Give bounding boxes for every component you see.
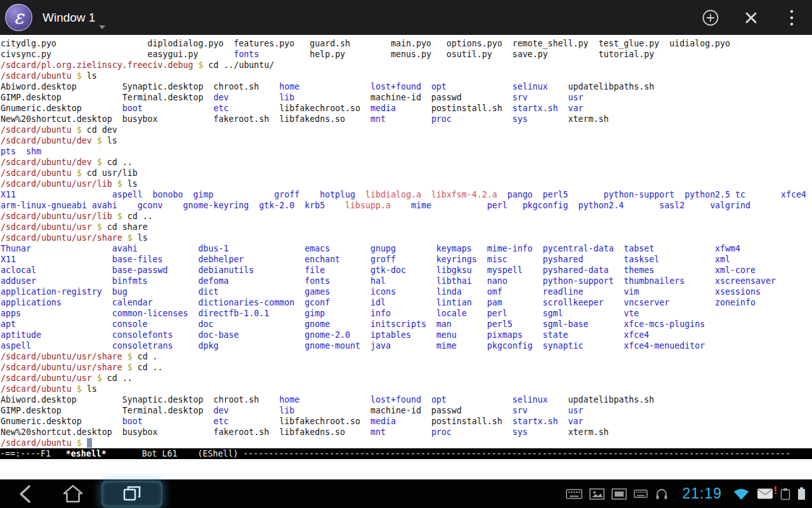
terminal-line: apt console doc gnome initscripts man pe… xyxy=(1,319,812,330)
terminal-line: citydlg.pyo diplodialog.pyo features.pyo… xyxy=(1,38,812,49)
terminal-line: X11 aspell bonobo gimp groff hotplug lib… xyxy=(1,189,812,200)
plus-circle-icon xyxy=(701,8,720,27)
terminal-line: /sdcard/ubuntu/usr/share $ ls xyxy=(1,232,812,243)
recent-apps-button[interactable] xyxy=(102,481,162,507)
terminal-line: pts shm xyxy=(1,146,812,157)
terminal-line: /sdcard/ubuntu/usr $ cd .. xyxy=(1,373,812,384)
terminal-line: Thunar avahi dbus-1 emacs gnupg keymaps … xyxy=(1,243,812,254)
terminal-line: GIMP.desktop Terminal.desktop dev lib ma… xyxy=(1,92,812,103)
terminal-line: aspell consoletrans dpkg gnome-mount jav… xyxy=(1,340,812,351)
terminal-line: /sdcard/ubuntu $ xyxy=(1,438,812,448)
svg-text:ε: ε xyxy=(14,6,25,28)
terminal-line: -==:----F1 *eshell* Bot L61 (EShell) ---… xyxy=(0,448,812,459)
terminal-line: civsync.py easygui.py fonts help.py menu… xyxy=(1,49,812,60)
input-method-icon xyxy=(634,489,648,498)
action-bar-buttons xyxy=(690,0,812,35)
terminal-line: /sdcard/ubuntu/dev $ cd .. xyxy=(1,157,812,168)
overflow-menu-button[interactable] xyxy=(771,0,812,35)
spinner-caret-icon xyxy=(99,25,105,29)
terminal-line: applications calendar dictionaries-commo… xyxy=(1,297,812,308)
window-selector-spinner[interactable]: Window 1 xyxy=(37,0,107,35)
alert-badge: ! xyxy=(774,485,777,497)
battery-icon xyxy=(797,487,806,500)
terminal-line: /sdcard/ubuntu/usr/share $ cd .. xyxy=(1,362,812,373)
action-bar: ε Window 1 xyxy=(0,0,812,35)
window-title: Window 1 xyxy=(43,11,95,25)
terminal-line: arm-linux-gnueabi avahi gconv gnome-keyr… xyxy=(1,200,812,211)
terminal-line: Gnumeric.desktop boot etc libfakechroot.… xyxy=(1,416,812,427)
nav-buttons xyxy=(8,479,162,508)
gallery-icon xyxy=(589,488,605,500)
clock: 21:19 xyxy=(682,485,722,502)
terminal-line: aptitude consolefonts doc-base gnome-2.0… xyxy=(1,330,812,340)
emacs-logo-icon: ε xyxy=(4,3,34,32)
recent-apps-icon xyxy=(120,482,144,506)
back-icon xyxy=(14,482,38,506)
terminal-line: aclocal base-passwd debianutils file gtk… xyxy=(1,265,812,276)
message-alert-icon xyxy=(757,488,773,500)
keyboard-icon xyxy=(566,488,582,500)
terminal-line: /sdcard/ubuntu/usr/share $ cd . xyxy=(1,351,812,362)
terminal-line: GIMP.desktop Terminal.desktop dev lib ma… xyxy=(1,405,812,416)
terminal-line: /sdcard/ubuntu $ ls xyxy=(1,384,812,394)
message-alert: ! xyxy=(757,488,773,500)
overflow-dots-icon xyxy=(789,9,795,27)
echo-area xyxy=(0,459,812,479)
terminal-line: Abiword.desktop Synaptic.desktop chroot.… xyxy=(1,81,812,92)
terminal-line: /sdcard/ubuntu/usr/lib $ ls xyxy=(1,178,812,189)
status-tray[interactable]: 21:19 ! xyxy=(566,479,806,508)
storage-icon xyxy=(612,488,627,500)
terminal-line: Gnumeric.desktop boot etc libfakechroot.… xyxy=(1,103,812,114)
clipboard-icon xyxy=(780,488,790,500)
close-window-button[interactable] xyxy=(731,0,771,35)
terminal-line: apps common-licenses directfb-1.0.1 gimp… xyxy=(1,308,812,319)
terminal-line: Abiword.desktop Synaptic.desktop chroot.… xyxy=(1,394,812,405)
emacs-app-icon[interactable]: ε xyxy=(4,3,34,32)
eshell-buffer[interactable]: citydlg.pyo diplodialog.pyo features.pyo… xyxy=(0,35,812,448)
system-bar: 21:19 ! xyxy=(0,479,812,508)
terminal-line: /sdcard/ubuntu $ ls xyxy=(1,70,812,81)
new-frame-button[interactable] xyxy=(690,0,731,35)
terminal-line: /sdcard/ubuntu/usr/lib $ cd .. xyxy=(1,211,812,222)
back-button[interactable] xyxy=(8,481,44,507)
wifi-icon xyxy=(733,487,750,501)
terminal-line: /sdcard/ubuntu $ cd usr/lib xyxy=(1,168,812,178)
terminal-line: /sdcard/ubuntu/dev $ ls xyxy=(1,135,812,146)
home-button[interactable] xyxy=(55,481,91,507)
terminal-line: New%20shortcut.desktop busybox fakeroot.… xyxy=(1,427,812,438)
emacs-mode-line: -==:----F1 *eshell* Bot L61 (EShell) ---… xyxy=(0,448,812,459)
home-icon xyxy=(61,482,85,506)
terminal-line: X11 base-files debhelper enchant groff k… xyxy=(1,254,812,265)
terminal-line: /sdcard/pl.org.zielinscy.freeciv.debug $… xyxy=(1,60,812,70)
terminal-line: application-registry bug dict games icon… xyxy=(1,286,812,297)
terminal-line: /sdcard/ubuntu $ cd dev xyxy=(1,124,812,135)
headset-icon xyxy=(655,488,669,500)
terminal-line: /sdcard/ubuntu/usr $ cd share xyxy=(1,222,812,232)
close-icon xyxy=(743,10,759,26)
terminal-line: New%20shortcut.desktop busybox fakeroot.… xyxy=(1,114,812,124)
android-screen: ε Window 1 xyxy=(0,0,812,508)
terminal-line: adduser binfmts defoma fonts hal libthai… xyxy=(1,276,812,286)
